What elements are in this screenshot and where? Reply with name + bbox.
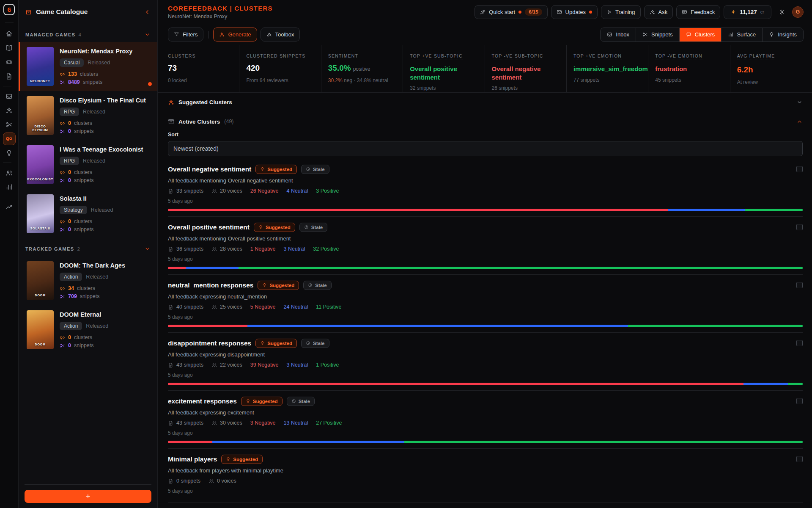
updates-button[interactable]: Updates xyxy=(551,5,598,19)
rail-item-documents[interactable] xyxy=(3,70,16,83)
cluster-checkbox[interactable] xyxy=(796,398,803,404)
game-cover-label: DOOM xyxy=(35,293,46,297)
theme-toggle-button[interactable] xyxy=(775,5,789,19)
icon-rail: G xyxy=(0,0,19,508)
add-game-button[interactable]: + xyxy=(25,490,151,503)
cluster-card[interactable]: Overall negative sentimentSuggestedStale… xyxy=(168,159,803,217)
rail-item-snippets[interactable] xyxy=(3,118,16,131)
cluster-title: Overall negative sentiment xyxy=(168,166,251,173)
sort-select[interactable]: Newest (created) xyxy=(168,141,803,156)
cluster-card[interactable]: disappointment responsesSuggestedStaleAl… xyxy=(168,333,803,391)
stat-value: 420 xyxy=(246,63,314,74)
users-icon xyxy=(5,169,13,177)
chevron-down-icon[interactable] xyxy=(144,31,151,38)
feedback-button[interactable]: Feedback xyxy=(676,5,720,19)
game-snippets-stat: 0snippets xyxy=(60,128,146,134)
lightbulb-icon xyxy=(260,341,265,345)
game-snippets-stat: 0snippets xyxy=(60,177,143,183)
stat-value: 73 xyxy=(168,63,232,74)
game-clusters-stat: 0clusters xyxy=(60,334,108,340)
stat-clusters: CLUSTERS730 locked xyxy=(158,45,239,92)
chevron-up-icon[interactable] xyxy=(796,119,803,125)
tab-surface[interactable]: Surface xyxy=(721,28,763,41)
tab-inbox[interactable]: Inbox xyxy=(601,28,636,41)
status-text: Released xyxy=(88,60,110,66)
credits-unit: cr xyxy=(760,9,764,14)
cluster-card[interactable]: Minimal playersSuggestedAll feedback fro… xyxy=(168,449,803,503)
rail-item-home[interactable] xyxy=(3,28,16,40)
active-clusters-section[interactable]: Active Clusters (49) xyxy=(158,112,812,131)
game-card[interactable]: SOLASTA IISolasta IIStrategyReleased0clu… xyxy=(19,189,157,238)
sidebar-section-header[interactable]: TRACKED GAMES2 xyxy=(19,238,157,256)
stat-top-ve-sub-topic: TOP +VE SUB-TOPICOverall positive sentim… xyxy=(403,45,485,92)
toolbox-button[interactable]: Toolbox xyxy=(261,28,300,41)
rail-item-trends[interactable] xyxy=(3,201,16,213)
game-card[interactable]: DISCO ELYSIUMDisco Elysium - The Final C… xyxy=(19,91,157,140)
rail-item-generate[interactable] xyxy=(3,104,16,117)
cluster-card[interactable]: Overall positive sentimentSuggestedStale… xyxy=(168,217,803,275)
generate-button[interactable]: Generate xyxy=(213,28,257,41)
ask-sparkle-icon xyxy=(650,9,655,15)
quick-start-button[interactable]: Quick start 6/15 xyxy=(475,5,548,19)
training-button[interactable]: Training xyxy=(601,5,640,19)
stat-value: Overall negative sentiment xyxy=(492,65,560,81)
lightbulb-icon xyxy=(260,167,265,171)
voice-count-label: 25 voices xyxy=(220,304,242,310)
cluster-card[interactable]: excitement responsesSuggestedStaleAll fe… xyxy=(168,391,803,449)
sidebar-section-header[interactable]: MANAGED GAMES4 xyxy=(19,24,157,42)
tab-label: Clusters xyxy=(695,31,715,38)
snippet-count-label: 36 snippets xyxy=(176,246,203,252)
suggested-clusters-section[interactable]: Suggested Clusters xyxy=(158,93,812,112)
cluster-checkbox[interactable] xyxy=(796,456,803,462)
game-title: NeuroNet: Mendax Proxy xyxy=(60,48,132,55)
rail-item-library[interactable] xyxy=(3,41,16,54)
chevron-down-icon[interactable] xyxy=(144,246,151,252)
game-cover-label: DOOM xyxy=(35,342,46,346)
collapse-sidebar-icon[interactable] xyxy=(144,9,151,15)
snippets-count: 709 xyxy=(68,293,77,299)
badge-label: Stale xyxy=(313,167,325,172)
breadcrumb: COREFEEDBACK | CLUSTERS xyxy=(168,5,273,12)
snippet-count-label: 43 snippets xyxy=(176,362,203,368)
status-text: Released xyxy=(83,109,105,115)
rail-item-analytics[interactable] xyxy=(3,181,16,193)
cluster-card[interactable]: neutral_mention responsesSuggestedStaleA… xyxy=(168,275,803,333)
negative-segment xyxy=(168,267,186,269)
tab-clusters[interactable]: Clusters xyxy=(680,28,722,41)
cluster-checkbox[interactable] xyxy=(796,282,803,288)
snippets-count: 8489 xyxy=(68,79,80,85)
cluster-checkbox[interactable] xyxy=(796,166,803,172)
filters-button[interactable]: Filters xyxy=(168,28,203,41)
cluster-checkbox[interactable] xyxy=(796,224,803,230)
game-card[interactable]: DOOMDOOM: The Dark AgesActionReleased34c… xyxy=(19,256,157,305)
neutral-count: 3 Neutral xyxy=(286,362,308,368)
game-card[interactable]: EXOCOLONISTI Was a Teenage ExocolonistRP… xyxy=(19,140,157,189)
credits-display[interactable]: 11,127 cr xyxy=(724,5,771,19)
positive-count: 32 Positive xyxy=(313,246,339,252)
rail-item-insights[interactable] xyxy=(3,146,16,159)
avatar[interactable]: G xyxy=(792,6,804,18)
tab-snippets[interactable]: Snippets xyxy=(636,28,680,41)
snippet-count-label: 33 snippets xyxy=(176,188,203,194)
cluster-checkbox[interactable] xyxy=(796,340,803,346)
neutral-segment xyxy=(247,325,628,327)
game-card[interactable]: NEURONETNeuroNet: Mendax ProxyCasualRele… xyxy=(19,42,157,91)
rail-item-games[interactable] xyxy=(3,56,16,69)
clock-icon xyxy=(306,167,310,171)
bolt-icon xyxy=(731,9,736,15)
app-logo[interactable]: G xyxy=(3,4,15,15)
positive-segment xyxy=(628,325,803,327)
ask-button[interactable]: Ask xyxy=(644,5,673,19)
clock-icon xyxy=(308,283,313,287)
rail-item-inbox[interactable] xyxy=(3,90,16,102)
tab-insights[interactable]: Insights xyxy=(763,28,803,41)
stat-sub: 32 snippets xyxy=(410,85,477,91)
rail-item-clusters[interactable] xyxy=(3,133,16,145)
game-snippets-stat: 709snippets xyxy=(60,293,125,299)
chevron-down-icon[interactable] xyxy=(796,99,803,105)
game-card[interactable]: DOOMDOOM EternalActionReleased0clusters0… xyxy=(19,305,157,354)
cluster-card[interactable]: SuggestedStale xyxy=(168,503,803,508)
tab-label: Surface xyxy=(737,31,756,38)
neutral-count: 3 Neutral xyxy=(284,246,305,252)
rail-item-community[interactable] xyxy=(3,166,16,179)
